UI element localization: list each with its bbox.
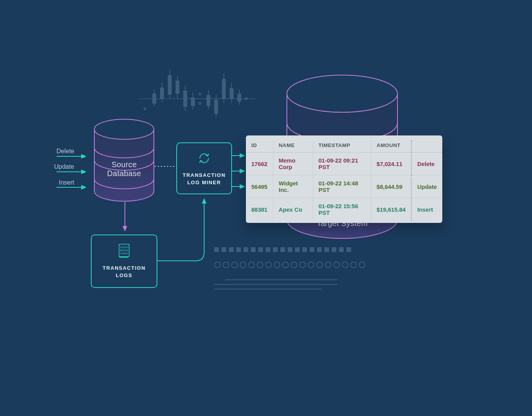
col-name: NAME bbox=[273, 140, 313, 152]
transaction-log-miner-box: TRANSACTIONLOG MINER bbox=[176, 142, 232, 194]
connector-logs-to-miner bbox=[157, 195, 211, 263]
data-table-panel: ID NAME TIMESTAMP AMOUNT 17662 Memo Corp… bbox=[246, 135, 442, 223]
table-row: 17662 Memo Corp 01-09-22 09:21 PST $7,02… bbox=[246, 152, 442, 175]
svg-text:101010: 101010 bbox=[120, 246, 128, 248]
diagram-canvas: Delete Update Insert SourceDatabase bbox=[0, 0, 532, 416]
bg-chart-decoration bbox=[139, 68, 255, 130]
svg-point-30 bbox=[94, 119, 154, 139]
op-arrows bbox=[56, 154, 95, 189]
deco-line bbox=[214, 289, 322, 289]
svg-point-1 bbox=[144, 108, 146, 110]
transaction-logs-title: TRANSACTIONLOGS bbox=[102, 264, 145, 279]
deco-squares bbox=[214, 247, 354, 253]
deco-line bbox=[225, 279, 337, 280]
svg-point-40 bbox=[287, 75, 397, 112]
connector-db-to-miner bbox=[155, 165, 177, 168]
col-amount: AMOUNT bbox=[371, 140, 412, 152]
source-database-label: SourceDatabase bbox=[92, 160, 156, 178]
col-timestamp: TIMESTAMP bbox=[313, 140, 371, 152]
svg-text:110101: 110101 bbox=[120, 252, 128, 255]
col-id: ID bbox=[246, 140, 273, 152]
deco-circles bbox=[214, 262, 367, 270]
svg-point-14 bbox=[199, 93, 201, 95]
table-row: 88381 Apex Co 01-09-22 15:56 PST $19,615… bbox=[246, 198, 442, 221]
table-row: 56495 Widget Inc. 01-09-22 14:48 PST $8,… bbox=[246, 175, 442, 198]
sync-icon bbox=[196, 151, 212, 166]
connector-db-to-logs bbox=[122, 202, 128, 235]
svg-text:001010: 001010 bbox=[120, 249, 128, 252]
transaction-logs-box: 101010 001010 110101 TRANSACTIONLOGS bbox=[91, 235, 157, 288]
data-table: ID NAME TIMESTAMP AMOUNT 17662 Memo Corp… bbox=[246, 140, 442, 221]
transaction-log-miner-title: TRANSACTIONLOG MINER bbox=[182, 171, 225, 187]
receipt-icon: 101010 001010 110101 bbox=[118, 243, 131, 259]
svg-point-15 bbox=[199, 103, 201, 104]
col-action bbox=[411, 140, 442, 152]
deco-line bbox=[214, 284, 337, 285]
